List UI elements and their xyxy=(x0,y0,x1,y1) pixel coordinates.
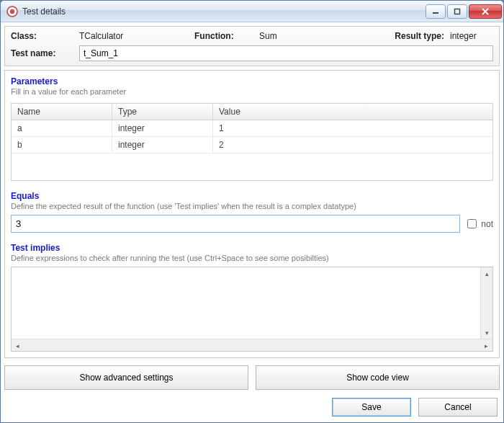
scroll-down-icon[interactable]: ▾ xyxy=(481,326,493,339)
not-label: not xyxy=(481,219,493,229)
titlebar[interactable]: Test details xyxy=(1,1,503,22)
result-type-value: integer xyxy=(450,31,493,41)
equals-section: Equals Define the expected result of the… xyxy=(11,191,493,233)
save-label: Save xyxy=(361,402,381,412)
toggle-button-row: Show advanced settings Show code view xyxy=(4,365,500,390)
content-area: Class: TCalculator Function: Sum Result … xyxy=(1,22,503,422)
col-value[interactable]: Value xyxy=(213,104,492,120)
cell-type: integer xyxy=(112,137,213,153)
cancel-label: Cancel xyxy=(444,402,471,412)
scroll-up-icon[interactable]: ▴ xyxy=(481,267,493,280)
svg-point-1 xyxy=(10,9,14,13)
svg-rect-3 xyxy=(455,9,460,14)
vertical-scrollbar[interactable]: ▴ ▾ xyxy=(480,267,492,339)
show-advanced-button[interactable]: Show advanced settings xyxy=(4,365,248,390)
equals-subtitle: Define the expected result of the functi… xyxy=(11,202,493,210)
parameters-subtitle: Fill in a value for each parameter xyxy=(11,87,493,96)
parameters-table: Name Type Value a integer 1 b integer 2 xyxy=(11,103,493,181)
scroll-right-icon[interactable]: ▸ xyxy=(480,339,492,352)
table-row[interactable]: b integer 2 xyxy=(12,137,492,153)
show-advanced-label: Show advanced settings xyxy=(79,373,173,383)
parameters-title: Parameters xyxy=(11,76,493,86)
close-button[interactable] xyxy=(469,4,502,19)
result-type-label: Result type: xyxy=(367,31,450,41)
app-icon xyxy=(6,6,18,17)
col-name[interactable]: Name xyxy=(12,104,112,120)
implies-subtitle: Define expressions to check after runnin… xyxy=(11,254,493,262)
maximize-button[interactable] xyxy=(447,4,467,19)
cell-type: integer xyxy=(112,120,213,137)
implies-section: Test implies Define expressions to check… xyxy=(11,243,493,352)
minimize-button[interactable] xyxy=(426,4,446,19)
window-frame: Test details Class: TCalculator Function… xyxy=(0,0,504,423)
cell-name: a xyxy=(12,120,112,137)
parameters-header-row: Name Type Value xyxy=(12,104,492,120)
parameters-section: Parameters Fill in a value for each para… xyxy=(11,76,493,181)
function-value: Sum xyxy=(259,31,367,41)
cell-value[interactable]: 1 xyxy=(213,120,492,137)
not-checkbox-label[interactable]: not xyxy=(464,217,493,231)
class-value: TCalculator xyxy=(79,31,194,41)
equals-title: Equals xyxy=(11,191,493,201)
table-row[interactable]: a integer 1 xyxy=(12,120,492,137)
class-label: Class: xyxy=(11,31,79,41)
function-label: Function: xyxy=(194,31,259,41)
cancel-button[interactable]: Cancel xyxy=(418,398,498,417)
scroll-left-icon[interactable]: ◂ xyxy=(12,339,24,352)
implies-textarea[interactable]: ▴ ▾ ◂ ▸ xyxy=(11,267,493,352)
horizontal-scrollbar[interactable]: ◂ ▸ xyxy=(12,339,492,351)
equals-input[interactable] xyxy=(11,215,460,233)
header-panel: Class: TCalculator Function: Sum Result … xyxy=(4,26,500,66)
test-name-label: Test name: xyxy=(11,48,79,58)
save-button[interactable]: Save xyxy=(332,398,411,417)
main-panel: Parameters Fill in a value for each para… xyxy=(4,70,500,358)
show-code-view-label: Show code view xyxy=(346,373,409,383)
cell-name: b xyxy=(12,137,112,153)
show-code-view-button[interactable]: Show code view xyxy=(256,365,500,390)
test-name-input[interactable] xyxy=(79,45,493,61)
cell-value[interactable]: 2 xyxy=(213,137,492,153)
footer: Save Cancel xyxy=(1,393,503,422)
not-checkbox[interactable] xyxy=(467,219,477,228)
window-title: Test details xyxy=(22,6,66,17)
col-type[interactable]: Type xyxy=(112,104,213,120)
implies-title: Test implies xyxy=(11,243,493,253)
